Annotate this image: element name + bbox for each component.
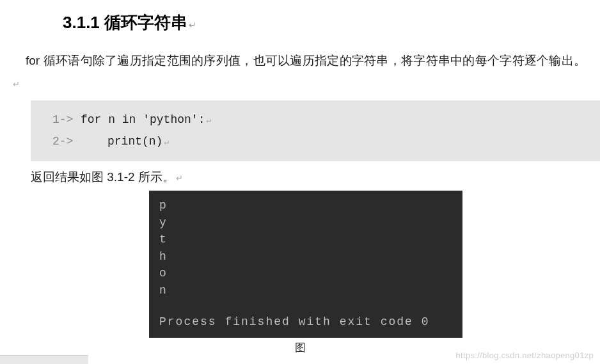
terminal-line: p — [159, 197, 462, 214]
code-line-1: 1-> for n in 'python':↵ — [52, 109, 600, 131]
terminal-line: t — [159, 231, 462, 248]
terminal-output: p y t h o n Process finished with exit c… — [149, 191, 462, 338]
return-mark-icon: ↵ — [206, 116, 211, 125]
heading-number: 3.1.1 — [63, 13, 100, 32]
watermark-text: https://blog.csdn.net/zhaopeng01zp — [456, 351, 594, 360]
terminal-line: y — [159, 214, 462, 232]
return-mark-icon: ↵ — [176, 173, 183, 183]
code-line-2: 2-> print(n)↵ — [52, 131, 600, 152]
terminal-line: n — [159, 282, 462, 299]
terminal-line: o — [159, 265, 462, 282]
result-caption: 返回结果如图 3.1-2 所示。↵ — [0, 161, 600, 186]
return-mark-icon: ↵ — [189, 20, 196, 30]
body-paragraph: for 循环语句除了遍历指定范围的序列值，也可以遍历指定的字符串，将字符串中的每… — [0, 34, 600, 94]
bottom-scroll-stub — [0, 355, 88, 364]
terminal-line: h — [159, 248, 462, 265]
line-number: 2-> — [52, 131, 81, 152]
return-mark-icon: ↵ — [164, 138, 169, 147]
paragraph-text: for 循环语句除了遍历指定范围的序列值，也可以遍历指定的字符串，将字符串中的每… — [26, 54, 586, 67]
line-number: 1-> — [52, 109, 81, 131]
terminal-blank-line — [159, 299, 462, 313]
heading-title: 循环字符串 — [104, 13, 187, 32]
code-text: for n in 'python':↵ — [81, 109, 211, 131]
return-mark-icon: ↵ — [13, 79, 20, 89]
code-text: print(n)↵ — [81, 131, 169, 152]
code-block: 1-> for n in 'python':↵ 2-> print(n)↵ — [31, 100, 600, 161]
section-heading: 3.1.1 循环字符串↵ — [0, 0, 600, 34]
terminal-exit-message: Process finished with exit code 0 — [159, 313, 462, 331]
